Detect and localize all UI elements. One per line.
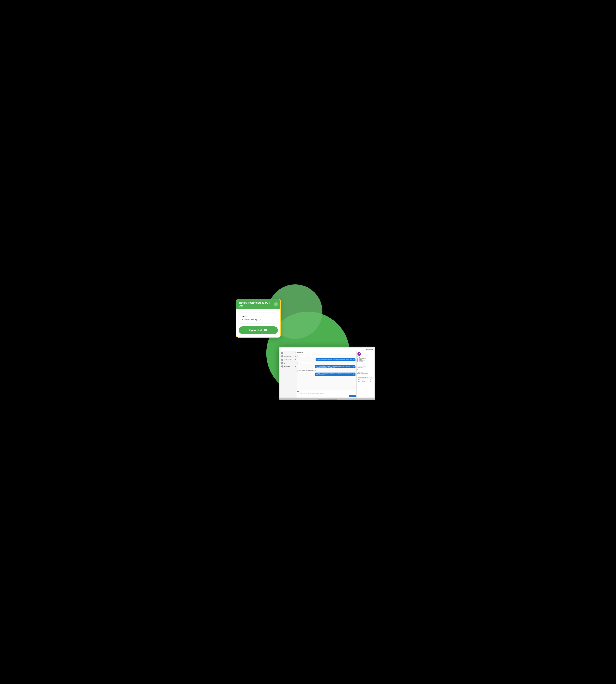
widget-header: Zithara Technologies PVT Ltd × — [236, 299, 280, 310]
widget-close-button[interactable]: × — [274, 302, 278, 306]
conversation-actions-label: Conversation Actions — [357, 363, 373, 364]
chat-input[interactable]: shift + enter for new line. Start with /… — [297, 392, 356, 395]
add-labels-label: + Add Labels — [358, 367, 362, 368]
chat-main: Deepak Garg I have a query about my prod… — [296, 351, 356, 397]
conv-name: Anant Koul — [284, 352, 294, 354]
send-label: Send Ctrl + ↵ — [350, 396, 355, 396]
agent-avatar: A — [353, 359, 354, 360]
location-icon — [357, 361, 358, 362]
message-text: It should be delivered within the next 2… — [316, 373, 352, 375]
tx-amount: 3557/- — [357, 381, 362, 383]
list-item[interactable]: G Ghanshyam Gupta — [280, 355, 296, 358]
transactions-table: Transaction Amount Transaction Date Poin… — [357, 377, 373, 383]
message-incoming: Sure, the order number is XYZ123. — [298, 362, 313, 364]
avatar: S — [281, 359, 283, 361]
avatar: A — [281, 365, 283, 368]
open-chat-button[interactable]: Open chat — [239, 326, 278, 334]
list-item[interactable]: A Akshata Vyasam — [280, 365, 296, 368]
tab-private-note[interactable]: Private Note — [300, 390, 305, 392]
laptop: Resolve ✓ A Anant Koul G Ghanshyam Gu — [279, 347, 375, 400]
widget-title: Zithara Technologies PVT Ltd — [239, 301, 274, 307]
message-incoming: When can I expect the delivery to be mad… — [298, 369, 317, 372]
app-header: Resolve ✓ — [280, 348, 374, 351]
username-value: @pratham — [359, 359, 362, 360]
list-item[interactable]: S Sumedha Sumedha — [280, 358, 296, 362]
list-item[interactable]: A Ayaan Sargurah — [280, 362, 296, 365]
note-item: Tracking system — [357, 372, 373, 373]
right-panel: D Deepak Garg dpkm11@gmail.com @pratham — [356, 351, 374, 397]
app-screen: Resolve ✓ A Anant Koul G Ghanshyam Gu — [280, 348, 374, 397]
scene: Zithara Technologies PVT Ltd × Hello, Ho… — [236, 279, 380, 405]
chat-input-area: Reply Private Note shift + enter for new… — [296, 390, 356, 397]
contact-avatar: D — [357, 352, 361, 356]
contact-email: dpkm11@gmail.com — [357, 358, 373, 359]
reply-tabs: Reply Private Note — [297, 390, 356, 392]
col-amount: Transaction Amount — [357, 377, 362, 379]
message-text: Hi, I'm sorry to hear that. Can you plea… — [316, 359, 352, 360]
email-value: dpkm11@gmail.com — [359, 358, 366, 359]
tx-points: 300 — [370, 381, 373, 383]
avatar: G — [281, 355, 283, 358]
notes-label: Notes — [357, 369, 373, 370]
note-item: Product delivery status — [357, 371, 373, 372]
tx-amount: 5400/- — [357, 379, 362, 381]
notes-content: Product delivery status Tracking system … — [357, 371, 373, 374]
chat-contact-name: Deepak Garg — [298, 352, 303, 353]
resolve-button[interactable]: Resolve ✓ — [366, 349, 373, 350]
online-indicator — [295, 366, 296, 367]
tx-date: 2023-01-02T14:04:36784 — [362, 379, 370, 381]
widget-greeting-bubble: Hello, How can we help you? — [239, 313, 278, 323]
input-placeholder: shift + enter for new line. Start with /… — [298, 393, 324, 394]
transactions-label: Transactions — [357, 375, 373, 377]
open-chat-label: Open chat — [249, 329, 262, 332]
col-points: Points Credited — [370, 377, 373, 379]
note-item: Ensures customer satisfaction — [357, 373, 373, 374]
table-row: 3557/- 2023-04-03T14:09:34.8503532 300 — [357, 381, 373, 383]
tab-reply[interactable]: Reply — [297, 390, 299, 392]
add-labels-button[interactable]: + Add Labels — [357, 367, 363, 368]
chat-header: Deepak Garg — [296, 351, 356, 354]
list-item[interactable]: A Anant Koul — [280, 351, 296, 355]
col-date: Transaction Date — [362, 377, 370, 379]
send-button[interactable]: Send Ctrl + ↵ — [349, 395, 356, 397]
contact-username: @pratham — [357, 359, 373, 360]
online-indicator — [295, 356, 296, 357]
laptop-base — [279, 397, 375, 400]
widget-question: How can we help you? — [241, 318, 275, 321]
online-indicator — [295, 359, 296, 360]
email-icon — [357, 358, 358, 359]
conv-name: Akshata Vyasam — [284, 366, 294, 367]
laptop-screen-wrapper: Resolve ✓ A Anant Koul G Ghanshyam Gu — [279, 347, 375, 397]
widget-body: Hello, How can we help you? Open chat — [236, 310, 280, 337]
agent-avatar: A — [353, 366, 354, 367]
chat-widget: Zithara Technologies PVT Ltd × Hello, Ho… — [236, 299, 281, 338]
message-incoming: I have a query about my product delivery… — [298, 355, 334, 357]
conv-name: Sumedha Sumedha — [284, 359, 294, 360]
tx-date: 2023-04-03T14:09:34.8503532 — [362, 381, 370, 383]
chat-messages: I have a query about my product delivery… — [296, 354, 356, 390]
contact-phone: +918000500015 — [357, 360, 373, 361]
location-value: Hyderabad — [359, 361, 362, 362]
online-indicator — [295, 363, 296, 363]
avatar: A — [281, 352, 283, 354]
conversation-labels-label: Conversation Labels — [357, 365, 373, 367]
tx-points: 500 — [370, 379, 373, 381]
message-outgoing: Thank you. Let me check. I see that ther… — [315, 365, 355, 368]
resolve-label: Resolve ✓ — [367, 349, 372, 350]
avatar: A — [281, 362, 283, 364]
agent-avatar: A — [353, 373, 354, 375]
username-icon — [357, 359, 358, 360]
widget-greeting: Hello, — [241, 315, 275, 318]
message-outgoing: It should be delivered within the next 2… — [315, 372, 355, 376]
conv-name: Ghanshyam Gupta — [284, 356, 294, 357]
phone-icon — [357, 360, 358, 361]
message-outgoing: Hi, I'm sorry to hear that. Can you plea… — [315, 358, 355, 361]
app-body: A Anant Koul G Ghanshyam Gupta S Sumedha… — [280, 351, 374, 397]
chat-icon — [263, 328, 267, 332]
contact-name: Deepak Garg — [357, 356, 373, 358]
contact-location: Hyderabad — [357, 361, 373, 362]
sidebar: A Anant Koul G Ghanshyam Gupta S Sumedha… — [280, 351, 296, 397]
message-text: Thank you. Let me check. I see that ther… — [316, 366, 352, 368]
table-row: 5400/- 2023-01-02T14:04:36784 500 — [357, 379, 373, 381]
conv-name: Ayaan Sargurah — [284, 363, 294, 364]
